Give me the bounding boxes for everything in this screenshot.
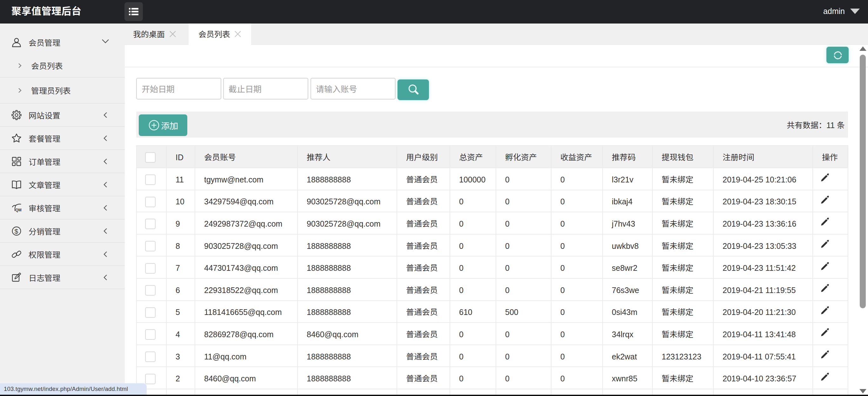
svg-text:$: $: [14, 227, 19, 234]
svg-text:QM: QM: [16, 208, 22, 212]
